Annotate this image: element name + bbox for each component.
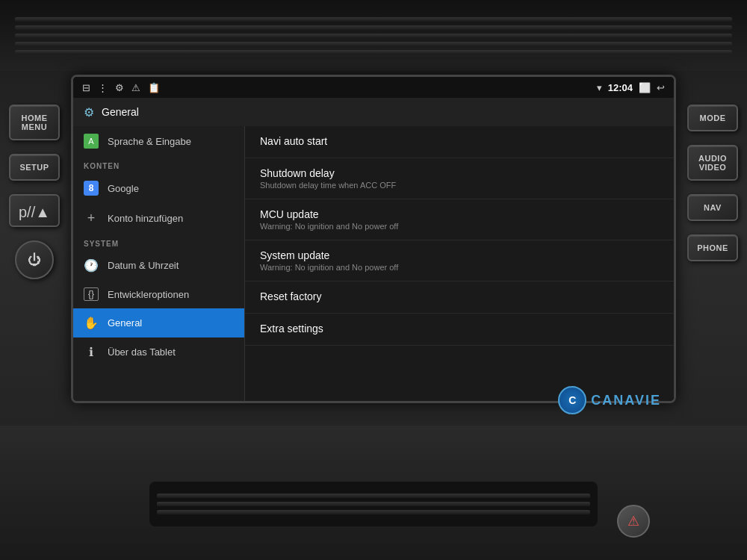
vent-slat-4 — [15, 42, 732, 46]
general-label: General — [108, 317, 142, 329]
canavie-logo-circle: C — [558, 386, 586, 414]
settings-title: General — [102, 106, 139, 118]
power-button[interactable]: ⏻ — [15, 240, 54, 279]
settings-gear-icon: ⚙ — [84, 105, 94, 119]
vent-slat-5 — [15, 50, 732, 55]
system-update-title: System update — [260, 249, 659, 261]
google-icon: 8 — [84, 181, 99, 196]
setting-system-update[interactable]: System update Warning: No ignition and N… — [245, 240, 674, 281]
system-update-subtitle: Warning: No ignition and No power off — [260, 263, 659, 272]
right-hardware-buttons: MODE AUDIOVIDEO NAV PHONE — [687, 105, 738, 261]
dashboard-bottom: ⚠ — [0, 426, 747, 560]
right-panel: Navi auto start Shutdown delay Shutdown … — [245, 126, 674, 401]
screen-bezel: ⊟ ⋮ ⚙ ⚠ 📋 ▾ 12:04 ⬜ ↩ ⚙ General — [71, 75, 676, 403]
reset-factory-title: Reset factory — [260, 290, 659, 302]
shutdown-delay-subtitle: Shutdown delay time when ACC OFF — [260, 181, 659, 190]
section-system: SYSTEM — [73, 234, 244, 251]
canavie-logo-letter: C — [568, 394, 576, 406]
setting-reset-factory[interactable]: Reset factory — [245, 281, 674, 314]
section-konten: KONTEN — [73, 156, 244, 173]
sidebar-item-konto[interactable]: + Konto hinzufügen — [73, 203, 244, 234]
settings-header: ⚙ General — [73, 98, 674, 126]
sidebar-item-uber[interactable]: ℹ Über das Tablet — [73, 337, 244, 367]
top-vent — [0, 0, 747, 71]
bottom-vent — [149, 482, 598, 526]
screen: ⊟ ⋮ ⚙ ⚠ 📋 ▾ 12:04 ⬜ ↩ ⚙ General — [73, 77, 674, 401]
konto-label: Konto hinzufügen — [108, 213, 183, 224]
navi-auto-start-title: Navi auto start — [260, 135, 659, 147]
main-content: A Sprache & Eingabe KONTEN 8 Google + Ko… — [73, 126, 674, 401]
gear-status-icon: ⚙ — [115, 82, 124, 93]
home-menu-button[interactable]: HOMEMENU — [9, 105, 60, 140]
bottom-vent-slat-3 — [157, 510, 590, 514]
hand-icon: ✋ — [84, 316, 99, 330]
mode-button[interactable]: MODE — [687, 105, 738, 131]
wifi-icon: ▾ — [597, 82, 602, 93]
nfc-button[interactable]: p//▲ — [9, 194, 60, 227]
clock: 12:04 — [608, 82, 633, 93]
shutdown-delay-title: Shutdown delay — [260, 167, 659, 179]
vent-slat-1 — [15, 17, 732, 22]
setting-navi-auto-start[interactable]: Navi auto start — [245, 126, 674, 158]
setup-button[interactable]: SETUP — [9, 154, 60, 181]
sidebar-item-entwickler[interactable]: {} Entwickleroptionen — [73, 280, 244, 308]
uber-label: Über das Tablet — [108, 346, 176, 358]
sidebar-item-google[interactable]: 8 Google — [73, 173, 244, 203]
sprache-label: Sprache & Eingabe — [108, 136, 191, 147]
more-icon[interactable]: ⋮ — [98, 82, 108, 93]
canavie-logo: C CANAVIE — [558, 386, 661, 414]
audio-video-button[interactable]: AUDIOVIDEO — [687, 145, 738, 181]
home-icon[interactable]: ⊟ — [82, 82, 90, 93]
datum-label: Datum & Uhrzeit — [108, 260, 179, 271]
hazard-button[interactable]: ⚠ — [617, 505, 650, 538]
nav-button[interactable]: NAV — [687, 194, 738, 221]
sidebar-item-general[interactable]: ✋ General — [73, 308, 244, 337]
sidebar-item-datum[interactable]: 🕐 Datum & Uhrzeit — [73, 251, 244, 280]
window-button[interactable]: ⬜ — [639, 82, 651, 93]
clipboard-icon: 📋 — [148, 82, 160, 93]
google-label: Google — [108, 183, 139, 194]
sidebar-item-sprache[interactable]: A Sprache & Eingabe — [73, 126, 244, 156]
warning-icon: ⚠ — [131, 82, 140, 93]
setting-shutdown-delay[interactable]: Shutdown delay Shutdown delay time when … — [245, 158, 674, 199]
info-icon: ℹ — [84, 345, 99, 359]
mcu-update-subtitle: Warning: No ignition and No power off — [260, 222, 659, 231]
add-account-icon: + — [84, 211, 99, 226]
clock-icon: 🕐 — [84, 258, 99, 273]
dev-icon: {} — [84, 287, 99, 301]
status-bar-left: ⊟ ⋮ ⚙ ⚠ 📋 — [82, 82, 160, 93]
extra-settings-title: Extra settings — [260, 323, 659, 335]
setting-mcu-update[interactable]: MCU update Warning: No ignition and No p… — [245, 199, 674, 240]
vent-slat-3 — [15, 34, 732, 38]
status-bar-right: ▾ 12:04 ⬜ ↩ — [597, 82, 665, 93]
entwickler-label: Entwickleroptionen — [108, 289, 189, 300]
sprache-icon: A — [84, 134, 99, 149]
phone-button[interactable]: PHONE — [687, 234, 738, 261]
sidebar: A Sprache & Eingabe KONTEN 8 Google + Ko… — [73, 126, 245, 401]
setting-extra-settings[interactable]: Extra settings — [245, 314, 674, 346]
mcu-update-title: MCU update — [260, 208, 659, 220]
back-button[interactable]: ↩ — [657, 82, 665, 93]
bottom-vent-slat-1 — [157, 494, 590, 498]
status-bar: ⊟ ⋮ ⚙ ⚠ 📋 ▾ 12:04 ⬜ ↩ — [73, 77, 674, 98]
canavie-brand-name: CANAVIE — [591, 393, 661, 408]
vent-slat-2 — [15, 25, 732, 30]
left-hardware-buttons: HOMEMENU SETUP p//▲ ⏻ — [9, 105, 60, 279]
bottom-vent-slat-2 — [157, 502, 590, 506]
